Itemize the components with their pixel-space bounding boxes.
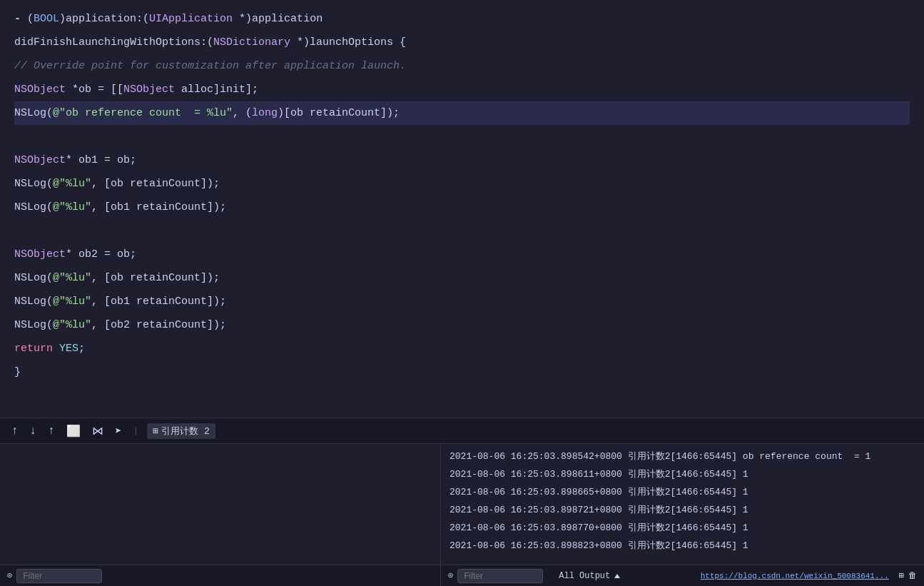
code-line: NSLog(@"%lu", [ob1 retainCount]); <box>14 290 910 313</box>
toolbar-send-icon[interactable]: ➤ <box>112 423 125 440</box>
toolbar-up-icon[interactable]: ↑ <box>9 423 21 439</box>
code-line: // Override point for customization afte… <box>14 54 910 78</box>
left-console-content <box>0 444 440 565</box>
console-lines-container: 2021-08-06 16:25:03.898542+0800 引用计数2[14… <box>441 447 924 554</box>
code-line: NSLog(@"ob reference count = %lu", (long… <box>14 101 910 125</box>
editor-toolbar: ↑ ↓ ↑ ⬜ ⋈ ➤ | ⊞ 引用计数 2 <box>0 418 924 443</box>
left-panel: ⊙ <box>0 444 441 586</box>
code-line: NSLog(@"%lu", [ob1 retainCount]); <box>14 196 910 219</box>
left-console-footer: ⊙ <box>0 565 440 586</box>
right-filter-icon: ⊙ <box>448 570 453 581</box>
toolbar-square-icon[interactable]: ⬜ <box>64 423 83 440</box>
code-line: NSObject* ob2 = ob; <box>14 243 910 266</box>
left-filter-icon: ⊙ <box>7 570 12 581</box>
grid-icon[interactable]: ⊞ <box>899 570 904 581</box>
code-line: NSLog(@"%lu", [ob2 retainCount]); <box>14 313 910 337</box>
code-line: } <box>14 360 910 384</box>
code-line: NSLog(@"%lu", [ob retainCount]); <box>14 172 910 196</box>
toolbar-up2-icon[interactable]: ↑ <box>45 423 58 439</box>
toolbar-badge[interactable]: ⊞ 引用计数 2 <box>147 423 215 439</box>
right-filter-input[interactable] <box>457 569 543 583</box>
console-line: 2021-08-06 16:25:03.898665+0800 引用计数2[14… <box>441 483 924 500</box>
all-output-label[interactable]: All Output <box>559 571 620 581</box>
right-console-content: 2021-08-06 16:25:03.898542+0800 引用计数2[14… <box>441 444 924 565</box>
left-filter-input[interactable] <box>16 569 102 583</box>
console-line: 2021-08-06 16:25:03.898611+0800 引用计数2[14… <box>441 465 924 483</box>
code-line: return YES; <box>14 337 910 360</box>
bottom-panel: ⊙ 2021-08-06 16:25:03.898542+0800 引用计数2[… <box>0 443 924 586</box>
console-line: 2021-08-06 16:25:03.898542+0800 引用计数2[14… <box>441 447 924 465</box>
all-output-text: All Output <box>559 571 610 581</box>
console-line: 2021-08-06 16:25:03.898770+0800 引用计数2[14… <box>441 518 924 536</box>
badge-label: 引用计数 2 <box>161 425 210 438</box>
console-url[interactable]: https://blog.csdn.net/weixin_50083641... <box>701 572 889 580</box>
trash-icon[interactable]: 🗑 <box>908 570 917 581</box>
code-line: NSObject* ob1 = ob; <box>14 148 910 172</box>
code-line <box>14 219 910 243</box>
right-console-footer: ⊙ All Output https://blog.csdn.net/weixi… <box>441 565 924 586</box>
code-line <box>14 125 910 148</box>
code-line: NSLog(@"%lu", [ob retainCount]); <box>14 266 910 290</box>
toolbar-separator: | <box>133 425 138 436</box>
code-line: - (BOOL)application:(UIApplication *)app… <box>14 7 910 31</box>
chevron-up-icon <box>614 574 620 578</box>
toolbar-fork-icon[interactable]: ⋈ <box>89 423 106 440</box>
console-line: 2021-08-06 16:25:03.898721+0800 引用计数2[14… <box>441 500 924 518</box>
code-line: NSObject *ob = [[NSObject alloc]init]; <box>14 78 910 101</box>
toolbar-down-icon[interactable]: ↓ <box>27 423 40 439</box>
badge-icon: ⊞ <box>153 425 158 437</box>
code-editor[interactable]: - (BOOL)application:(UIApplication *)app… <box>0 0 924 418</box>
console-line: 2021-08-06 16:25:03.898823+0800 引用计数2[14… <box>441 536 924 554</box>
code-line: didFinishLaunchingWithOptions:(NSDiction… <box>14 31 910 54</box>
code-lines-container: - (BOOL)application:(UIApplication *)app… <box>14 7 910 384</box>
right-panel: 2021-08-06 16:25:03.898542+0800 引用计数2[14… <box>441 444 924 586</box>
